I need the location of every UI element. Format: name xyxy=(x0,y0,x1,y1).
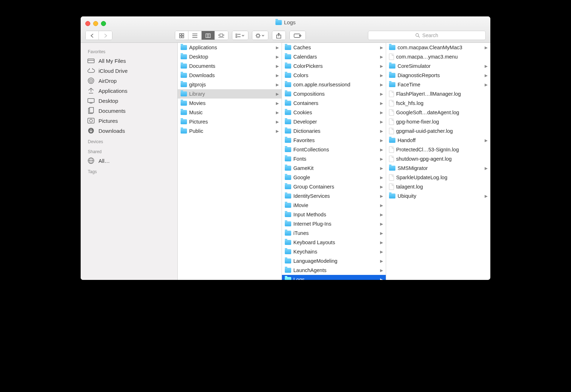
folder-row[interactable]: Keychains▶ xyxy=(282,247,386,256)
folder-row[interactable]: Google▶ xyxy=(282,173,386,182)
file-row[interactable]: fsck_hfs.log xyxy=(386,99,490,108)
folder-row[interactable]: com.macpaw.CleanMyMac3▶ xyxy=(386,43,490,52)
folder-row[interactable]: Caches▶ xyxy=(282,43,386,52)
back-button[interactable] xyxy=(86,31,99,40)
file-row[interactable]: gpg-home-fixer.log xyxy=(386,117,490,126)
view-column-button[interactable] xyxy=(202,31,215,40)
file-row[interactable]: gpgmail-uuid-patcher.log xyxy=(386,126,490,136)
chevron-right-icon: ▶ xyxy=(380,222,384,226)
sidebar-item-desktop[interactable]: Desktop xyxy=(81,96,177,106)
folder-row[interactable]: gitprojs▶ xyxy=(178,80,282,89)
folder-row[interactable]: iMovie▶ xyxy=(282,201,386,210)
folder-icon xyxy=(389,73,395,78)
folder-row[interactable]: GameKit▶ xyxy=(282,164,386,173)
network-icon xyxy=(87,157,95,164)
chevron-right-icon: ▶ xyxy=(485,82,488,87)
view-coverflow-button[interactable] xyxy=(215,31,228,40)
item-label: gpg-home-fixer.log xyxy=(396,119,488,125)
arrange-button[interactable] xyxy=(232,31,248,40)
folder-row[interactable]: DiagnosticReports▶ xyxy=(386,71,490,80)
folder-row[interactable]: LaunchAgents▶ xyxy=(282,266,386,275)
file-icon xyxy=(389,146,394,153)
folder-row[interactable]: Desktop▶ xyxy=(178,52,282,61)
minimize-window-button[interactable] xyxy=(93,21,98,26)
sidebar-item-downloads[interactable]: Downloads xyxy=(81,126,177,136)
folder-row[interactable]: LanguageModeling▶ xyxy=(282,256,386,266)
folder-row[interactable]: ColorPickers▶ xyxy=(282,61,386,71)
folder-row[interactable]: Group Containers▶ xyxy=(282,182,386,191)
column-2[interactable]: com.macpaw.CleanMyMac3▶com.macpa…ymac3.m… xyxy=(386,43,490,280)
folder-icon xyxy=(285,175,291,180)
file-row[interactable]: shutdown-gpg-agent.log xyxy=(386,154,490,164)
folder-icon xyxy=(389,45,395,50)
folder-row[interactable]: Cookies▶ xyxy=(282,108,386,117)
close-window-button[interactable] xyxy=(85,21,90,26)
folder-row[interactable]: Compositions▶ xyxy=(282,89,386,99)
zoom-window-button[interactable] xyxy=(101,21,106,26)
file-row[interactable]: com.macpa…ymac3.menu xyxy=(386,52,490,61)
folder-row[interactable]: Downloads▶ xyxy=(178,71,282,80)
folder-row[interactable]: Input Methods▶ xyxy=(282,210,386,219)
folder-row[interactable]: Applications▶ xyxy=(178,43,282,52)
file-row[interactable]: FlashPlayerI…llManager.log xyxy=(386,89,490,99)
file-row[interactable]: GoogleSoft…dateAgent.log xyxy=(386,108,490,117)
folder-row[interactable]: iTunes▶ xyxy=(282,228,386,238)
folder-row[interactable]: com.apple.nsurlsessiond▶ xyxy=(282,80,386,89)
folder-row[interactable]: Dictionaries▶ xyxy=(282,126,386,136)
folder-row[interactable]: Handoff▶ xyxy=(386,136,490,145)
folder-row[interactable]: Music▶ xyxy=(178,108,282,117)
item-label: shutdown-gpg-agent.log xyxy=(396,156,488,162)
sidebar-item-label: Pictures xyxy=(98,118,118,124)
sidebar-item-all-my-files[interactable]: All My Files xyxy=(81,56,177,66)
share-group xyxy=(272,31,286,40)
folder-row[interactable]: SMSMigrator▶ xyxy=(386,164,490,173)
folder-row[interactable]: Documents▶ xyxy=(178,61,282,71)
folder-row[interactable]: Pictures▶ xyxy=(178,117,282,126)
folder-icon xyxy=(285,258,291,263)
folder-row[interactable]: Public▶ xyxy=(178,126,282,136)
file-row[interactable]: SparkleUpdateLog.log xyxy=(386,173,490,182)
view-list-button[interactable] xyxy=(188,31,202,40)
chevron-right-icon: ▶ xyxy=(380,129,384,134)
folder-row[interactable]: Library▶ xyxy=(178,89,282,99)
folder-icon xyxy=(285,82,291,87)
share-button[interactable] xyxy=(272,31,286,40)
folder-row[interactable]: Calendars▶ xyxy=(282,52,386,61)
folder-row[interactable]: FontCollections▶ xyxy=(282,145,386,154)
folder-row[interactable]: CoreSimulator▶ xyxy=(386,61,490,71)
folder-row[interactable]: Containers▶ xyxy=(282,99,386,108)
chevron-right-icon: ▶ xyxy=(276,82,279,87)
folder-row[interactable]: Ubiquity▶ xyxy=(386,191,490,201)
sidebar-item-pictures[interactable]: Pictures xyxy=(81,116,177,126)
folder-row[interactable]: Movies▶ xyxy=(178,99,282,108)
chevron-right-icon: ▶ xyxy=(380,157,384,161)
search-placeholder: Search xyxy=(422,32,438,38)
forward-button[interactable] xyxy=(99,31,112,40)
view-icon-button[interactable] xyxy=(175,31,188,40)
file-row[interactable]: ProtectedCl…53-SignIn.log xyxy=(386,145,490,154)
sidebar-item-documents[interactable]: Documents xyxy=(81,106,177,116)
folder-row[interactable]: Keyboard Layouts▶ xyxy=(282,238,386,247)
sidebar-item-icloud-drive[interactable]: iCloud Drive xyxy=(81,66,177,76)
arrange-group xyxy=(232,31,248,40)
tags-button[interactable] xyxy=(290,31,305,40)
sidebar-item-applications[interactable]: Applications xyxy=(81,86,177,96)
folder-row[interactable]: Colors▶ xyxy=(282,71,386,80)
folder-row[interactable]: FaceTime▶ xyxy=(386,80,490,89)
folder-row[interactable]: Fonts▶ xyxy=(282,154,386,164)
action-button[interactable] xyxy=(252,31,268,40)
titlebar: Logs xyxy=(81,16,490,43)
sidebar-item-airdrop[interactable]: AirDrop xyxy=(81,76,177,86)
folder-row[interactable]: Internet Plug-Ins▶ xyxy=(282,219,386,228)
search-field[interactable]: Search xyxy=(368,31,486,40)
column-0[interactable]: Applications▶Desktop▶Documents▶Downloads… xyxy=(178,43,282,280)
folder-row[interactable]: Favorites▶ xyxy=(282,136,386,145)
column-1[interactable]: Caches▶Calendars▶ColorPickers▶Colors▶com… xyxy=(282,43,386,280)
folder-row[interactable]: IdentityServices▶ xyxy=(282,191,386,201)
folder-row[interactable]: Developer▶ xyxy=(282,117,386,126)
sidebar-item-all-[interactable]: All… xyxy=(81,156,177,166)
folder-icon xyxy=(181,54,187,59)
folder-row[interactable]: Logs▶ xyxy=(282,275,386,280)
file-row[interactable]: talagent.log xyxy=(386,182,490,191)
chevron-right-icon: ▶ xyxy=(380,73,384,78)
